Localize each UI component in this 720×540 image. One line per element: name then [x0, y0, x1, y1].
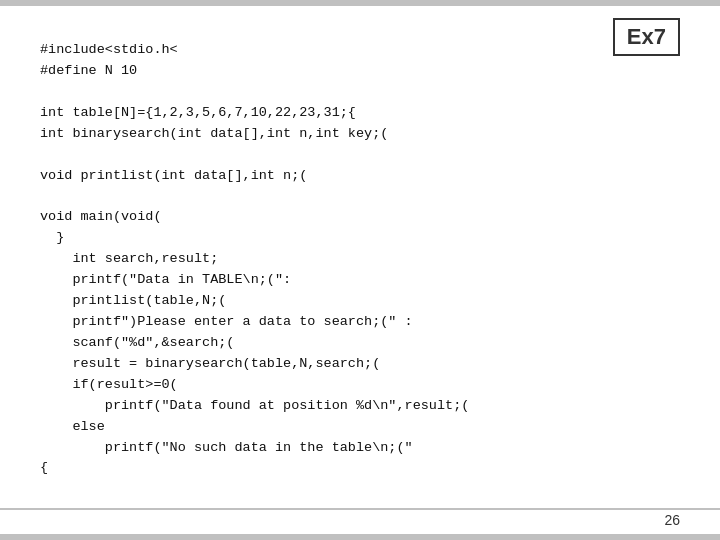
bottom-border: [0, 534, 720, 540]
ex-badge: Ex7: [613, 18, 680, 56]
top-border: [0, 0, 720, 6]
slide: Ex7 #include<stdio.h< #define N 10 int t…: [0, 0, 720, 540]
bottom-line: [0, 508, 720, 510]
page-number: 26: [664, 512, 680, 528]
code-block: #include<stdio.h< #define N 10 int table…: [40, 40, 680, 479]
